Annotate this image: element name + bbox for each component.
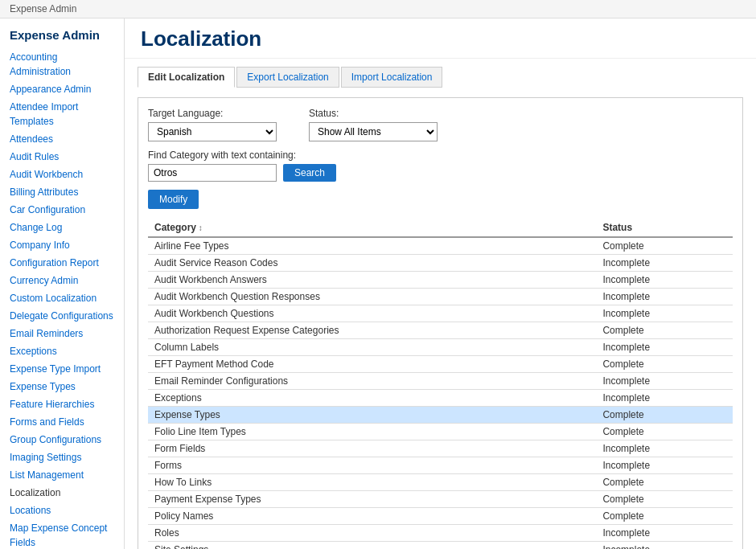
tab[interactable]: Import Localization — [341, 67, 443, 88]
sidebar-item[interactable]: List Management — [0, 466, 124, 484]
form-row: Target Language: SpanishFrenchGermanItal… — [148, 108, 733, 141]
status-cell: Complete — [596, 237, 733, 255]
status-cell: Incomplete — [596, 525, 733, 542]
main-content: Localization Edit LocalizationExport Loc… — [125, 18, 756, 549]
table-header[interactable]: Category ↕ — [148, 219, 596, 237]
status-label: Status: — [309, 108, 438, 119]
status-cell: Complete — [596, 508, 733, 525]
status-cell: Complete — [596, 491, 733, 508]
status-cell: Complete — [596, 424, 733, 440]
category-cell: Expense Types — [148, 407, 596, 424]
breadcrumb: Expense Admin — [0, 0, 756, 18]
sidebar-item[interactable]: Attendee Import Templates — [0, 98, 124, 130]
table-header: Status — [596, 219, 733, 237]
sidebar-item[interactable]: Delegate Configurations — [0, 307, 124, 325]
tabs-container: Edit LocalizationExport LocalizationImpo… — [138, 67, 743, 88]
table-row[interactable]: Folio Line Item TypesComplete — [148, 424, 733, 440]
table-row[interactable]: EFT Payment Method CodeComplete — [148, 356, 733, 373]
target-language-label: Target Language: — [148, 108, 277, 119]
find-row: Find Category with text containing: Sear… — [148, 150, 733, 182]
category-cell: EFT Payment Method Code — [148, 356, 596, 373]
sidebar-item[interactable]: Imaging Settings — [0, 449, 124, 466]
category-cell: Policy Names — [148, 508, 596, 525]
category-cell: Forms — [148, 457, 596, 474]
table-row[interactable]: Audit Workbench Question ResponsesIncomp… — [148, 289, 733, 305]
category-cell: Form Fields — [148, 440, 596, 457]
content-area: Edit LocalizationExport LocalizationImpo… — [125, 59, 756, 549]
status-cell: Incomplete — [596, 390, 733, 407]
table-row[interactable]: RolesIncomplete — [148, 525, 733, 542]
sidebar-item[interactable]: Accounting Administration — [0, 48, 124, 80]
table-row[interactable]: Authorization Request Expense Categories… — [148, 322, 733, 339]
page-title: Localization — [125, 18, 756, 59]
tab[interactable]: Edit Localization — [138, 67, 235, 88]
category-cell: Email Reminder Configurations — [148, 373, 596, 390]
table-row[interactable]: FormsIncomplete — [148, 457, 733, 474]
modify-button[interactable]: Modify — [148, 190, 199, 209]
find-input-row: Search — [148, 164, 733, 182]
table-row[interactable]: Column LabelsIncomplete — [148, 339, 733, 356]
status-cell: Incomplete — [596, 305, 733, 322]
sidebar-item[interactable]: Billing Attributes — [0, 183, 124, 201]
sidebar-item[interactable]: Configuration Report — [0, 254, 124, 272]
category-cell: Audit Workbench Question Responses — [148, 289, 596, 305]
table-row[interactable]: Audit Workbench QuestionsIncomplete — [148, 305, 733, 322]
table-row[interactable]: ExceptionsIncomplete — [148, 390, 733, 407]
sidebar-item[interactable]: Feature Hierarchies — [0, 395, 124, 413]
table-row[interactable]: Site SettingsIncomplete — [148, 542, 733, 550]
sidebar-item[interactable]: Email Reminders — [0, 325, 124, 342]
sidebar-item[interactable]: Forms and Fields — [0, 413, 124, 431]
status-cell: Incomplete — [596, 440, 733, 457]
category-cell: Authorization Request Expense Categories — [148, 322, 596, 339]
status-cell: Incomplete — [596, 373, 733, 390]
tab-content: Target Language: SpanishFrenchGermanItal… — [138, 97, 743, 549]
sidebar-item[interactable]: Car Configuration — [0, 201, 124, 219]
status-cell: Incomplete — [596, 339, 733, 356]
category-cell: Airline Fee Types — [148, 237, 596, 255]
find-label: Find Category with text containing: — [148, 150, 733, 161]
table-row[interactable]: Audit Workbench AnswersIncomplete — [148, 272, 733, 289]
category-cell: Audit Service Reason Codes — [148, 255, 596, 272]
sidebar-item[interactable]: Appearance Admin — [0, 80, 124, 98]
sidebar: Expense Admin Accounting AdministrationA… — [0, 18, 125, 549]
sidebar-item[interactable]: Expense Types — [0, 378, 124, 395]
category-cell: Audit Workbench Answers — [148, 272, 596, 289]
table-row[interactable]: Audit Service Reason CodesIncomplete — [148, 255, 733, 272]
category-cell: How To Links — [148, 474, 596, 491]
category-cell: Folio Line Item Types — [148, 424, 596, 440]
sidebar-item[interactable]: Expense Type Import — [0, 360, 124, 378]
target-language-select[interactable]: SpanishFrenchGermanItalianPortuguese — [148, 122, 277, 141]
sidebar-item[interactable]: Attendees — [0, 130, 124, 148]
table-row[interactable]: Expense TypesComplete — [148, 407, 733, 424]
search-button[interactable]: Search — [283, 164, 336, 182]
sidebar-item[interactable]: Audit Rules — [0, 148, 124, 166]
target-language-group: Target Language: SpanishFrenchGermanItal… — [148, 108, 277, 141]
status-select[interactable]: Show All ItemsCompleteIncomplete — [309, 122, 438, 141]
status-cell: Incomplete — [596, 272, 733, 289]
table-row[interactable]: Email Reminder ConfigurationsIncomplete — [148, 373, 733, 390]
sidebar-item[interactable]: Locations — [0, 502, 124, 519]
sidebar-item[interactable]: Localization — [0, 484, 124, 502]
status-cell: Complete — [596, 356, 733, 373]
modify-button-wrapper: Modify — [148, 190, 733, 219]
table-row[interactable]: How To LinksComplete — [148, 474, 733, 491]
status-cell: Complete — [596, 474, 733, 491]
table-row[interactable]: Policy NamesComplete — [148, 508, 733, 525]
find-input[interactable] — [148, 164, 277, 182]
sidebar-item[interactable]: Company Info — [0, 236, 124, 254]
status-cell: Incomplete — [596, 289, 733, 305]
sidebar-item[interactable]: Audit Workbench — [0, 166, 124, 183]
status-cell: Incomplete — [596, 255, 733, 272]
sidebar-item[interactable]: Custom Localization — [0, 289, 124, 307]
status-cell: Incomplete — [596, 542, 733, 550]
sidebar-item[interactable]: Map Expense Concept Fields — [0, 519, 124, 549]
sidebar-item[interactable]: Exceptions — [0, 342, 124, 360]
category-cell: Roles — [148, 525, 596, 542]
sidebar-item[interactable]: Currency Admin — [0, 272, 124, 289]
table-row[interactable]: Payment Expense TypesComplete — [148, 491, 733, 508]
sidebar-item[interactable]: Group Configurations — [0, 431, 124, 449]
table-row[interactable]: Airline Fee TypesComplete — [148, 237, 733, 255]
tab[interactable]: Export Localization — [236, 67, 339, 88]
table-row[interactable]: Form FieldsIncomplete — [148, 440, 733, 457]
sidebar-item[interactable]: Change Log — [0, 219, 124, 236]
